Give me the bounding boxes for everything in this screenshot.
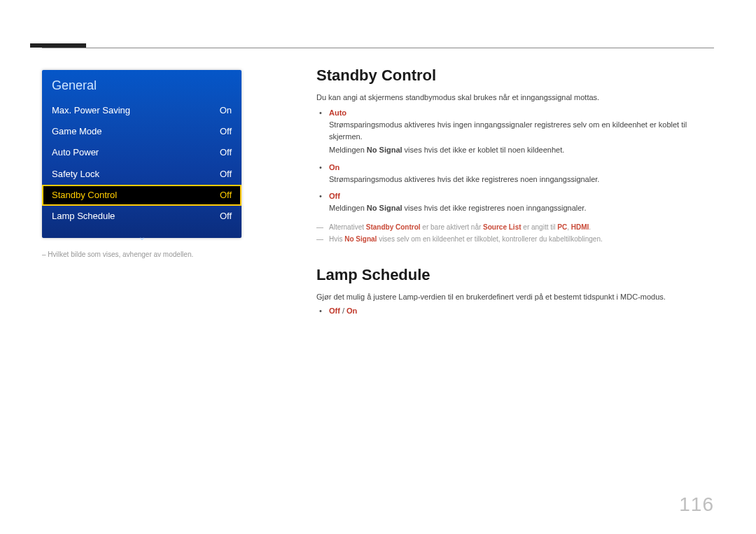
standby-notes: Alternativet Standby Control er bare akt…	[316, 221, 714, 245]
option-off-on: Off / On	[329, 307, 714, 315]
chapter-tab	[30, 43, 86, 48]
chevron-down-icon: ⌄	[42, 231, 241, 242]
osd-row-value: Off	[220, 210, 232, 223]
osd-row-value: Off	[220, 125, 232, 138]
option-off-desc: Meldingen No Signal vises hvis det ikke …	[329, 202, 714, 214]
option-auto-desc2: Meldingen No Signal vises hvis det ikke …	[329, 144, 714, 156]
option-off: Off Meldingen No Signal vises hvis det i…	[329, 192, 714, 214]
heading-lamp-schedule: Lamp Schedule	[316, 266, 714, 284]
lamp-options-list: Off / On	[316, 307, 714, 315]
option-auto-desc1: Strømsparingsmodus aktiveres hvis ingen …	[329, 119, 714, 142]
standby-options-list: Auto Strømsparingsmodus aktiveres hvis i…	[316, 108, 714, 214]
osd-row-label: Safety Lock	[52, 168, 99, 181]
heading-standby-control: Standby Control	[316, 66, 714, 85]
option-auto: Auto Strømsparingsmodus aktiveres hvis i…	[329, 108, 714, 156]
osd-row-max-power-saving: Max. Power SavingOn	[42, 100, 241, 121]
osd-row-standby-control: Standby ControlOff	[42, 185, 241, 206]
option-on-label: On	[329, 163, 340, 171]
top-rule	[42, 48, 714, 48]
option-auto-label: Auto	[329, 108, 346, 117]
osd-row-safety-lock: Safety LockOff	[42, 164, 241, 185]
osd-menu-title: General	[42, 74, 241, 100]
osd-row-label: Standby Control	[52, 189, 117, 202]
option-on: On Strømsparingsmodus aktiveres hvis det…	[329, 163, 714, 185]
osd-menu-general: General Max. Power SavingOnGame ModeOffA…	[42, 70, 241, 238]
osd-row-lamp-schedule: Lamp ScheduleOff	[42, 206, 241, 227]
content-area: Standby Control Du kan angi at skjermens…	[316, 66, 714, 322]
osd-row-game-mode: Game ModeOff	[42, 121, 241, 142]
page-number: 116	[679, 493, 714, 516]
osd-row-label: Game Mode	[52, 125, 102, 138]
option-off-label: Off	[329, 192, 340, 200]
lamp-intro: Gjør det mulig å justere Lamp-verdien ti…	[316, 293, 714, 301]
osd-row-auto-power: Auto PowerOff	[42, 142, 241, 163]
note-2: Hvis No Signal vises selv om en kildeenh…	[329, 233, 714, 245]
osd-row-value: Off	[220, 146, 232, 159]
osd-row-label: Max. Power Saving	[52, 104, 130, 117]
menu-footnote: Hvilket bilde som vises, avhenger av mod…	[42, 251, 193, 258]
osd-row-label: Auto Power	[52, 146, 99, 159]
osd-row-value: Off	[220, 168, 232, 181]
option-on-desc: Strømsparingsmodus aktiveres hvis det ik…	[329, 174, 714, 185]
osd-row-label: Lamp Schedule	[52, 210, 115, 223]
note-1: Alternativet Standby Control er bare akt…	[329, 221, 714, 233]
osd-row-value: Off	[220, 189, 232, 202]
osd-row-value: On	[220, 104, 232, 117]
standby-intro: Du kan angi at skjermens standbymodus sk…	[316, 93, 714, 101]
manual-page: General Max. Power SavingOnGame ModeOffA…	[0, 0, 756, 534]
